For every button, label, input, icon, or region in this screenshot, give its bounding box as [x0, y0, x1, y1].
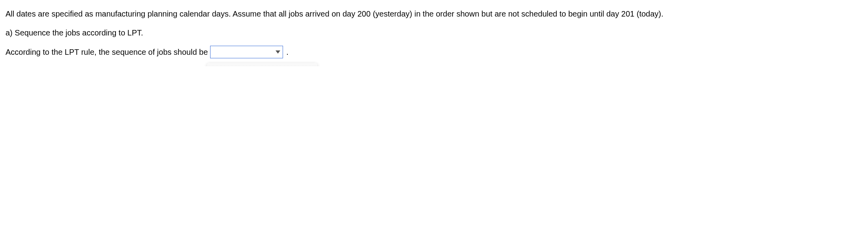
sentence-period: .	[286, 48, 289, 57]
part-a-label: a) Sequence the jobs according to LPT.	[6, 27, 862, 39]
prompt-text: According to the LPT rule, the sequence …	[6, 48, 208, 57]
chevron-down-icon	[276, 50, 280, 54]
dropdown-list-header	[207, 63, 317, 66]
dropdown-wrapper: 40, 50, 30, 20, 10 10, 50, 40, 20, 30 10…	[210, 46, 283, 58]
dropdown-list: 40, 50, 30, 20, 10 10, 50, 40, 20, 30 10…	[207, 63, 317, 66]
intro-paragraph: All dates are specified as manufacturing…	[6, 8, 862, 20]
question-row: According to the LPT rule, the sequence …	[6, 46, 862, 58]
sequence-dropdown[interactable]	[210, 46, 283, 58]
